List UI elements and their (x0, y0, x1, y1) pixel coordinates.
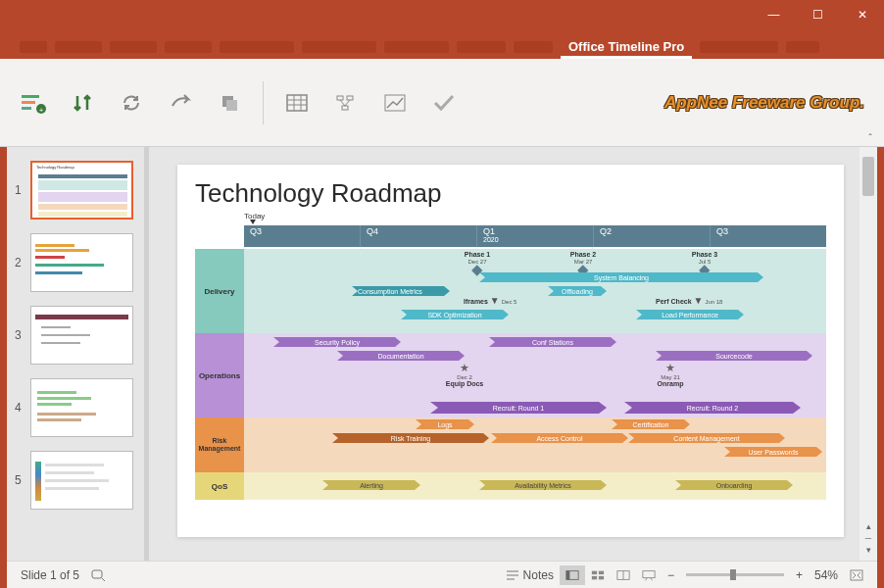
copy-icon (219, 92, 240, 114)
swimlane-label: Delivery (195, 249, 244, 333)
reading-view-button[interactable] (611, 565, 636, 585)
copy-button[interactable] (214, 87, 245, 119)
zoom-slider[interactable] (686, 573, 784, 576)
close-button[interactable]: ✕ (840, 0, 884, 29)
bar-risk-training: Risk Training (332, 433, 489, 443)
slide-thumbnail-1[interactable]: Technology Roadmap (30, 161, 133, 220)
bar-user-pw: User Passwords (724, 447, 822, 457)
thumb-title: Technology Roadmap (32, 163, 131, 170)
scrollbar-sep: ─ (865, 533, 871, 543)
table-button[interactable] (281, 87, 313, 119)
svg-rect-7 (287, 95, 307, 111)
notes-button[interactable]: Notes (500, 565, 560, 585)
normal-view-button[interactable] (560, 565, 585, 585)
zoom-in-button[interactable]: + (790, 565, 809, 585)
spellcheck-icon (91, 568, 107, 582)
spell-check-button[interactable] (85, 565, 113, 585)
sync-button[interactable] (116, 87, 147, 119)
normal-view-icon (565, 569, 579, 581)
svg-rect-30 (643, 570, 655, 577)
sort-button[interactable] (67, 87, 98, 119)
trend-button[interactable] (379, 87, 411, 119)
thumb-number: 5 (15, 473, 25, 487)
tab-placeholder[interactable] (20, 41, 47, 53)
swimlane-label: QoS (195, 472, 244, 500)
bar-sdk: SDK Optimization (401, 310, 509, 319)
zoom-level[interactable]: 54% (809, 565, 844, 585)
slide-title: Technology Roadmap (195, 178, 826, 209)
slideshow-view-button[interactable] (636, 565, 662, 585)
thumb-number: 2 (15, 256, 25, 270)
swimlane-delivery: Delivery Phase 1Dec 27 Phase 2Mar 27 Pha… (195, 249, 826, 333)
bar-cert: Certification (612, 419, 690, 429)
tab-placeholder[interactable] (786, 41, 819, 53)
bar-sourcecode: Sourcecode (656, 351, 812, 361)
hierarchy-icon (335, 94, 357, 112)
share-button[interactable] (165, 87, 196, 119)
panel-divider[interactable] (144, 147, 149, 561)
accept-button[interactable] (428, 87, 460, 119)
bar-offloading: Offloading (548, 286, 607, 296)
slide-editor[interactable]: ▴ ─ ▾ Technology Roadmap Today Q3 Q4 Q12… (144, 147, 877, 561)
swimlane-risk: Risk Management Logs Certification Risk … (195, 417, 826, 472)
svg-rect-25 (599, 570, 604, 574)
maximize-button[interactable]: ☐ (796, 0, 840, 29)
trend-icon (384, 94, 406, 112)
reading-view-icon (616, 569, 630, 581)
tab-office-timeline-pro[interactable]: Office Timeline Pro (561, 35, 692, 59)
new-timeline-button[interactable]: + (18, 87, 49, 119)
swimlane-operations: Operations Security Policy Conf Stations… (195, 333, 826, 417)
thumb-number: 1 (15, 183, 25, 197)
sync-icon (121, 92, 142, 114)
table-icon (286, 94, 308, 112)
quarter-label: Q4 (361, 225, 477, 247)
bar-availability: Availability Metrics (479, 480, 607, 490)
svg-rect-12 (337, 96, 343, 100)
tab-placeholder[interactable] (55, 41, 102, 53)
milestone-phase3: Phase 3Jul 5 (692, 251, 717, 274)
brand-watermark: AppNee Freeware Group. (664, 93, 864, 113)
minimize-button[interactable]: — (752, 0, 796, 29)
zoom-out-button[interactable]: − (662, 565, 680, 585)
prev-slide-icon[interactable]: ▴ (866, 521, 871, 531)
tab-placeholder[interactable] (110, 41, 157, 53)
tab-placeholder[interactable] (514, 41, 553, 53)
timeline-header: Q3 Q4 Q12020 Q2 Q3 (244, 225, 826, 247)
slide-thumbnail-5[interactable] (30, 451, 133, 510)
slide-thumbnail-2[interactable] (30, 233, 133, 292)
ribbon-separator (263, 81, 264, 124)
tab-placeholder[interactable] (165, 41, 212, 53)
tab-placeholder[interactable] (384, 41, 449, 53)
bar-load-perf: Load Performance (636, 310, 744, 319)
milestone-phase2: Phase 2Mar 27 (570, 251, 596, 274)
bar-recruit2: Recruit: Round 2 (624, 402, 801, 414)
tab-placeholder[interactable] (457, 41, 506, 53)
fit-window-button[interactable] (844, 565, 869, 585)
slide-thumbnail-4[interactable] (30, 378, 133, 437)
zoom-slider-thumb[interactable] (730, 569, 736, 580)
bar-conf-stations: Conf Stations (489, 337, 616, 347)
ribbon-toolbar: + AppNee Freeware Group. ˆ (0, 59, 884, 147)
milestone-perf: Perf Check ▼ Jun 18 (656, 296, 722, 306)
scrollbar-thumb[interactable] (862, 157, 874, 196)
tab-placeholder[interactable] (220, 41, 294, 53)
workspace: 1 Technology Roadmap 2 3 (7, 147, 877, 561)
hierarchy-button[interactable] (330, 87, 362, 119)
svg-rect-24 (592, 570, 597, 574)
checkmark-icon (432, 93, 456, 113)
tab-placeholder[interactable] (302, 41, 376, 53)
vertical-scrollbar[interactable]: ▴ ─ ▾ (859, 147, 877, 561)
today-marker-icon (250, 220, 256, 224)
share-icon (170, 92, 191, 114)
ribbon-tabs: Office Timeline Pro (0, 29, 884, 59)
bar-recruit1: Recruit: Round 1 (430, 402, 607, 414)
sorter-view-button[interactable] (585, 565, 611, 585)
slide-thumbnail-3[interactable] (30, 306, 133, 365)
next-slide-icon[interactable]: ▾ (866, 545, 871, 555)
bar-access: Access Control (491, 433, 628, 443)
window-titlebar: — ☐ ✕ (0, 0, 884, 29)
quarter-label: Q2 (594, 225, 711, 247)
slide-canvas[interactable]: Technology Roadmap Today Q3 Q4 Q12020 Q2… (177, 165, 844, 537)
collapse-ribbon-button[interactable]: ˆ (868, 132, 872, 144)
tab-placeholder[interactable] (700, 41, 778, 53)
